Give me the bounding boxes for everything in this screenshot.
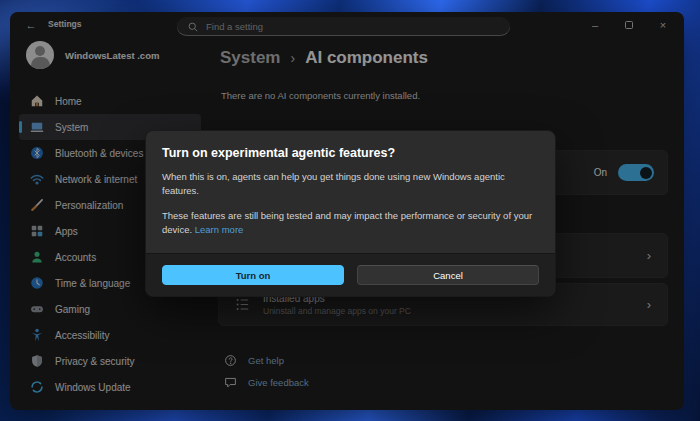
dialog-body: Turn on experimental agentic features? W… — [146, 131, 555, 253]
dialog-footer: Turn on Cancel — [146, 253, 555, 296]
dialog-title: Turn on experimental agentic features? — [162, 146, 539, 160]
dialog-paragraph-2: These features are still being tested an… — [162, 209, 539, 238]
settings-window: ← Settings Find a setting – × WindowsLat… — [10, 12, 684, 410]
dialog-paragraph-1: When this is on, agents can help you get… — [162, 170, 539, 199]
agentic-features-dialog: Turn on experimental agentic features? W… — [145, 130, 556, 297]
turn-on-button[interactable]: Turn on — [162, 265, 344, 285]
cancel-button[interactable]: Cancel — [357, 265, 539, 285]
learn-more-link[interactable]: Learn more — [195, 224, 244, 235]
